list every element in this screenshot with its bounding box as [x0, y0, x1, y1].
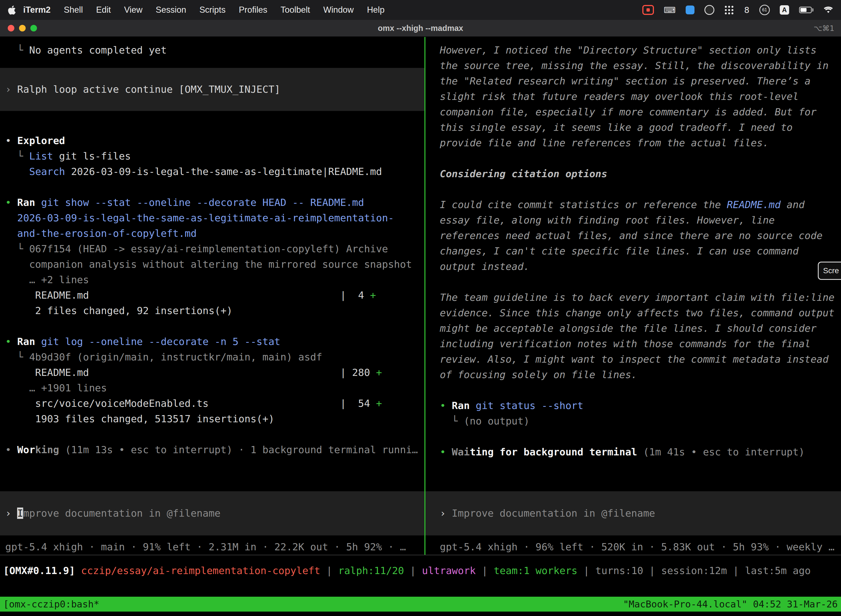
omx-status-line: [OMX#0.11.9] cczip/essay/ai-reimplementa… [0, 563, 841, 578]
terminal-line: I could cite commit statistics or refere… [425, 197, 841, 213]
battery-icon[interactable] [799, 7, 813, 13]
screen: iTerm2 ShellEditViewSessionScriptsProfil… [0, 0, 841, 616]
menu-item-session[interactable]: Session [149, 5, 193, 15]
text-segment: mprove documentation in @filename [23, 507, 220, 519]
terminal-line [425, 151, 841, 166]
terminal-line: provide file and line references from th… [425, 135, 841, 151]
title-bar[interactable]: omx --xhigh --madmax ⌥⌘1 [0, 20, 841, 37]
apple-menu[interactable] [8, 5, 16, 15]
terminal-line: • Working (11m 13s • esc to interrupt) ·… [0, 442, 424, 458]
text-segment: • [440, 400, 452, 411]
terminal-line: › Improve documentation in @filename [425, 506, 841, 521]
keyboard-icon[interactable]: ⌨ [664, 5, 676, 15]
menu-item-window[interactable]: Window [317, 5, 360, 15]
left-composer[interactable]: › Improve documentation in @filename [0, 491, 424, 535]
text-segment: └ [5, 44, 29, 56]
terminal-line: • Ran git show --stat --oneline --decora… [0, 195, 424, 210]
key-8-icon[interactable]: 8 [744, 5, 749, 15]
text-segment: However, I noticed the "Directory Struct… [440, 44, 816, 56]
menu-item-profiles[interactable]: Profiles [232, 5, 274, 15]
text-segment: companion file, especially if more comme… [440, 106, 816, 117]
wifi-icon[interactable] [823, 6, 833, 14]
menu-item-help[interactable]: Help [360, 5, 391, 15]
terminal-line: • Explored [0, 133, 424, 148]
menu-item-edit[interactable]: Edit [89, 5, 117, 15]
terminal-line: └ No agents completed yet [0, 43, 424, 58]
terminal-line: output instead. [425, 259, 841, 274]
terminal-line: gpt-5.4 xhigh · main · 91% left · 2.31M … [0, 539, 424, 555]
text-segment: src/voice/voiceModeEnabled.ts | 54 [5, 398, 376, 409]
terminal-line: The team guideline is to back every impo… [425, 290, 841, 305]
terminal-line: the "Related research writing" section i… [425, 73, 841, 89]
text-segment: • [5, 197, 17, 208]
text-segment: king [35, 444, 59, 455]
right-composer[interactable]: › Improve documentation in @filename [425, 491, 841, 535]
text-segment: cczip/essay/ai-reimplementation-copyleft [81, 565, 320, 576]
text-segment: Ran [17, 336, 35, 347]
grid-icon[interactable] [724, 5, 734, 15]
input-source-icon[interactable]: A [780, 5, 789, 15]
menu-bar: iTerm2 ShellEditViewSessionScriptsProfil… [0, 0, 841, 20]
text-segment: might be acceptable alongside the file l… [440, 323, 816, 334]
terminal-line: of focusing solely on file lines. [425, 367, 841, 383]
text-segment: turns:10 [595, 565, 643, 576]
right-status-line: gpt-5.4 xhigh · 96% left · 520K in · 5.8… [425, 539, 841, 555]
text-segment: • [5, 336, 17, 347]
terminal-line: • Ran git status --short [425, 398, 841, 414]
menubar-status-icons: ⌨ 8 61 A [642, 5, 833, 15]
menu-item-shell[interactable]: Shell [57, 5, 89, 15]
text-segment: gpt-5.4 xhigh · 96% left · 520K in · 5.8… [440, 541, 834, 553]
text-segment [5, 166, 29, 177]
text-segment: evidence. Since this change only affects… [440, 307, 834, 318]
text-segment: 2026-03-09-is-legal-the-same-as-legitima… [65, 166, 382, 177]
text-segment: references need actual files, and since … [440, 230, 822, 241]
left-status-line: gpt-5.4 xhigh · main · 91% left · 2.31M … [0, 539, 424, 555]
left-pre-lines: └ No agents completed yet [0, 43, 424, 58]
gauge-icon[interactable]: 61 [759, 5, 770, 15]
text-segment: | [727, 565, 745, 576]
text-segment: of focusing solely on file lines. [440, 369, 637, 380]
blue-app-icon[interactable] [686, 6, 694, 14]
circle-app-icon[interactable] [705, 5, 714, 15]
text-segment: Ran [17, 197, 35, 208]
screen-popup[interactable]: Scre [818, 262, 841, 280]
terminal-line [425, 182, 841, 197]
text-segment: and-the-erosion-of-copyleft.md [5, 228, 197, 239]
text-segment: (11m 13s • esc to interrupt) · 1 backgro… [59, 444, 418, 455]
text-segment: | [320, 565, 338, 576]
terminal-line: references need actual files, and since … [425, 228, 841, 243]
left-pane[interactable]: └ No agents completed yet › Ralph loop a… [0, 37, 424, 555]
text-segment: ultrawork [422, 565, 476, 576]
tmux-host-time-label: "MacBook-Pro-44.local" 04:52 31-Mar-26 [623, 598, 838, 610]
menu-item-scripts[interactable]: Scripts [193, 5, 232, 15]
right-pane[interactable]: However, I noticed the "Directory Struct… [425, 37, 841, 555]
text-segment: 1903 files changed, 513517 insertions(+) [5, 413, 274, 424]
text-segment: … +1901 lines [5, 382, 107, 393]
menu-item-toolbelt[interactable]: Toolbelt [274, 5, 317, 15]
screen-recording-icon[interactable] [642, 5, 654, 15]
text-segment: + [376, 367, 382, 378]
text-segment: Explored [17, 135, 65, 146]
terminal-line: gpt-5.4 xhigh · 96% left · 520K in · 5.8… [425, 539, 841, 555]
terminal-line: Search 2026-03-09-is-legal-the-same-as-l… [0, 164, 424, 179]
menu-item-view[interactable]: View [117, 5, 149, 15]
text-segment: git log --oneline --decorate -n 5 --stat [35, 336, 280, 347]
terminal-line [425, 429, 841, 444]
text-segment: | [643, 565, 661, 576]
terminal-line: slight risk that future readers may over… [425, 89, 841, 104]
terminal-line: changes, I can't cite specific file line… [425, 243, 841, 259]
terminal-line: └ List git ls-files [0, 148, 424, 164]
text-segment: gpt-5.4 xhigh · main · 91% left · 2.31M … [5, 541, 406, 553]
text-segment: └ 067f154 (HEAD -> essay/ai-reimplementa… [5, 243, 388, 254]
text-segment: | [577, 565, 595, 576]
terminal-line: including verification notes with those … [425, 336, 841, 352]
menu-item-iterm2[interactable]: iTerm2 [20, 5, 57, 15]
text-segment: README.md | 280 [5, 367, 376, 378]
terminal-line: › Ralph loop active continue [OMX_TMUX_I… [0, 82, 424, 97]
text-segment: Improve documentation in @filename [452, 507, 655, 519]
text-segment: | [476, 565, 494, 576]
text-segment: • [5, 135, 17, 146]
terminal-line: 1903 files changed, 513517 insertions(+) [0, 411, 424, 427]
terminal-line: 2 files changed, 92 insertions(+) [0, 303, 424, 318]
text-segment: No agents completed yet [29, 44, 167, 56]
